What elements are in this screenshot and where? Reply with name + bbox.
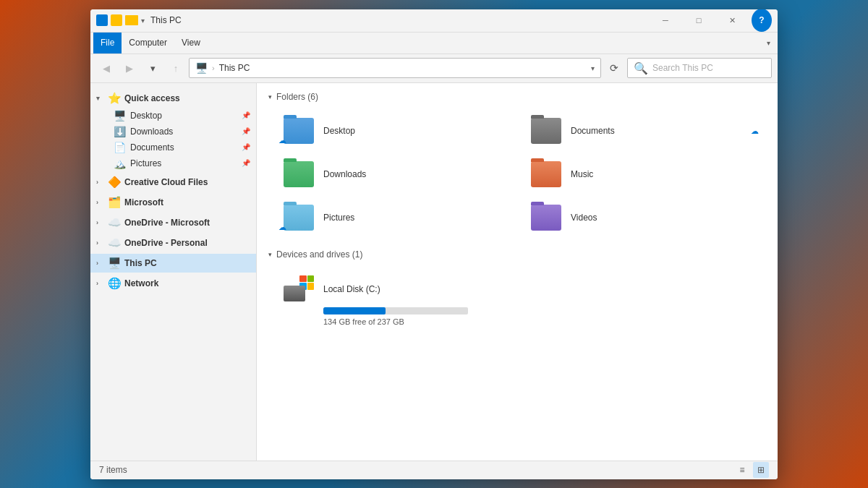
network-icon: 🌐	[108, 277, 122, 290]
sidebar-item-pictures[interactable]: 🏔️ Pictures 📌	[90, 155, 256, 171]
minimize-button[interactable]: ─	[649, 9, 682, 33]
items-count: 7 items	[99, 465, 127, 475]
back-button[interactable]: ◀	[96, 58, 116, 78]
this-pc-header[interactable]: › 🖥️ This PC	[90, 254, 256, 273]
drive-info: Local Disk (C:)	[323, 282, 380, 295]
network-expand-icon: ›	[96, 280, 105, 287]
title-bar: ▾ This PC ─ □ ✕ ?	[90, 9, 778, 33]
tb-icon-1	[96, 14, 108, 26]
close-button[interactable]: ✕	[715, 9, 749, 33]
desktop-icon: 🖥️	[114, 110, 126, 121]
win-quad-red	[299, 275, 307, 283]
pictures-folder-name: Pictures	[323, 213, 354, 223]
this-pc-section: › 🖥️ This PC	[90, 254, 256, 273]
sidebar-item-desktop[interactable]: 🖥️ Desktop 📌	[90, 108, 256, 124]
pin-icon-pictures: 📌	[242, 159, 250, 167]
sidebar-item-documents[interactable]: 📄 Documents 📌	[90, 140, 256, 155]
documents-folder-icon-wrap	[529, 116, 563, 145]
sidebar-item-downloads[interactable]: ⬇️ Downloads 📌	[90, 124, 256, 140]
title-bar-icons: ▾	[96, 14, 145, 26]
search-icon: 🔍	[634, 61, 648, 75]
desktop-folder-icon	[284, 118, 314, 144]
view-controls: ≡ ⊞	[734, 462, 769, 478]
menu-chevron-icon[interactable]: ▾	[762, 36, 775, 50]
onedrive-microsoft-header[interactable]: › ☁️ OneDrive - Microsoft	[90, 213, 256, 232]
forward-button[interactable]: ▶	[119, 58, 140, 78]
music-folder-icon	[531, 161, 561, 187]
quick-access-icon: ⭐	[108, 92, 122, 105]
folder-item-videos[interactable]: Videos	[522, 197, 766, 238]
videos-folder-icon	[531, 205, 561, 231]
quick-access-expand-icon: ▾	[96, 95, 105, 102]
music-folder-name: Music	[571, 169, 593, 179]
onedrive-personal-label: OneDrive - Personal	[124, 238, 208, 248]
onedrive-personal-header[interactable]: › ☁️ OneDrive - Personal	[90, 234, 256, 252]
list-view-button[interactable]: ≡	[734, 462, 750, 478]
address-dropdown-icon[interactable]: ▾	[591, 64, 595, 72]
microsoft-section: › 🗂️ Microsoft	[90, 193, 256, 212]
pictures-folder-icon-wrap	[281, 203, 316, 232]
network-header[interactable]: › 🌐 Network	[90, 274, 256, 293]
devices-drives-title[interactable]: ▾ Devices and drives (1)	[268, 249, 766, 260]
drive-space-text: 134 GB free of 237 GB	[323, 317, 404, 326]
maximize-button[interactable]: □	[682, 9, 715, 33]
drive-top: Local Disk (C:)	[281, 274, 759, 303]
drive-progress-container	[323, 307, 468, 314]
menu-file[interactable]: File	[93, 33, 122, 53]
creative-cloud-header[interactable]: › 🔶 Creative Cloud Files	[90, 173, 256, 192]
folder-item-documents[interactable]: Documents ☁	[522, 111, 766, 151]
tb-dropdown-arrow[interactable]: ▾	[141, 17, 145, 25]
win-quad-yellow	[307, 283, 315, 290]
onedrive-personal-icon: ☁️	[108, 236, 122, 249]
quick-access-header[interactable]: ▾ ⭐ Quick access	[90, 89, 256, 108]
search-bar[interactable]: 🔍 Search This PC	[627, 58, 772, 78]
up-button[interactable]: ↑	[166, 58, 186, 78]
help-button[interactable]: ?	[752, 9, 772, 33]
menu-computer[interactable]: Computer	[122, 33, 174, 53]
microsoft-icon: 🗂️	[108, 196, 122, 209]
downloads-label: Downloads	[130, 127, 173, 137]
drive-item-c[interactable]: Local Disk (C:) 134 GB free of 237 GB	[274, 268, 766, 333]
address-bar[interactable]: 🖥️ › This PC ▾	[189, 58, 601, 78]
menu-expand: ▾	[762, 36, 775, 50]
microsoft-header[interactable]: › 🗂️ Microsoft	[90, 193, 256, 212]
videos-folder-name: Videos	[571, 213, 597, 223]
folder-item-music[interactable]: Music	[522, 154, 766, 194]
win-quad-green	[307, 275, 315, 283]
drive-storage-info: 134 GB free of 237 GB	[323, 307, 759, 328]
pictures-label: Pictures	[130, 158, 161, 168]
pictures-cloud-icon: ☁	[278, 223, 286, 232]
folder-item-pictures[interactable]: Pictures ☁	[274, 197, 519, 238]
desktop-folder-name: Desktop	[323, 126, 355, 136]
documents-label: Documents	[130, 142, 174, 153]
this-pc-expand-icon: ›	[96, 260, 105, 267]
drive-progress-bar	[323, 307, 386, 314]
window-title: This PC	[150, 15, 649, 25]
folders-section-title[interactable]: ▾ Folders (6)	[268, 92, 766, 102]
creative-cloud-label: Creative Cloud Files	[124, 177, 208, 187]
videos-folder-icon-wrap	[529, 203, 563, 232]
creative-cloud-icon: 🔶	[108, 176, 122, 189]
address-separator: ›	[212, 64, 215, 72]
grid-view-button[interactable]: ⊞	[753, 462, 769, 478]
network-label: Network	[124, 278, 158, 288]
downloads-folder-icon-wrap	[281, 160, 316, 189]
folder-item-downloads[interactable]: Downloads	[274, 154, 519, 194]
history-dropdown-button[interactable]: ▾	[142, 58, 163, 78]
folder-item-desktop[interactable]: Desktop ☁	[274, 111, 519, 151]
devices-drives-section: ▾ Devices and drives (1)	[268, 249, 766, 333]
refresh-button[interactable]: ⟳	[604, 58, 624, 78]
menu-view[interactable]: View	[174, 33, 208, 53]
nav-bar: ◀ ▶ ▾ ↑ 🖥️ › This PC ▾ ⟳ 🔍 Search This P…	[90, 54, 778, 83]
pictures-folder-icon	[284, 205, 314, 231]
devices-collapse-icon: ▾	[268, 251, 272, 258]
folders-grid: Desktop ☁ Documents ☁	[274, 111, 766, 238]
address-text: This PC	[219, 63, 250, 73]
documents-cloud-icon: ☁	[751, 126, 759, 135]
menu-bar: File Computer View ▾	[90, 33, 778, 54]
drive-disk-shape	[284, 286, 305, 301]
this-pc-icon: 🖥️	[108, 257, 122, 270]
downloads-folder-name: Downloads	[323, 169, 366, 179]
creative-cloud-expand-icon: ›	[96, 179, 105, 186]
pictures-sidebar-icon: 🏔️	[114, 158, 126, 169]
